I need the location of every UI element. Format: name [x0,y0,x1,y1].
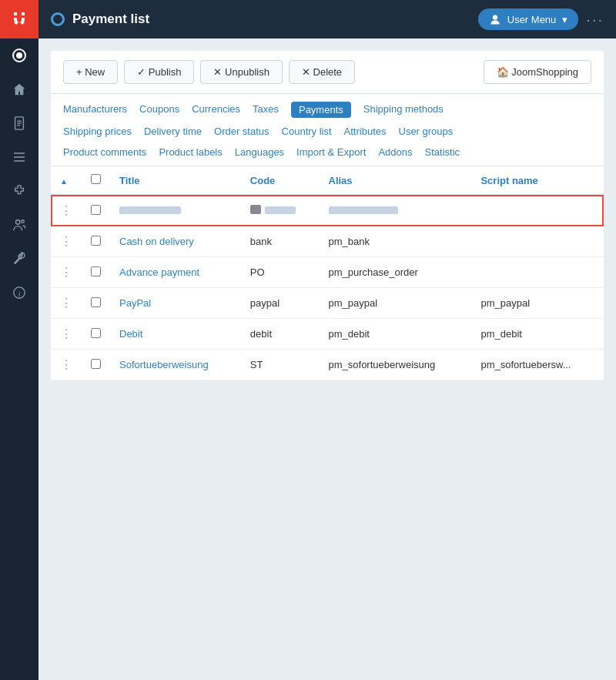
row-code-cell: debit [241,319,320,350]
row-script-cell [471,195,604,226]
th-code[interactable]: Code [241,166,320,195]
nav-delivery-time[interactable]: Delivery time [144,124,202,139]
row-checkbox-cell [82,288,110,319]
row-alias-cell: pm_paypal [320,288,472,319]
row-code-cell: PO [241,257,320,288]
row-handle[interactable]: ⋮ [51,350,82,380]
select-all-checkbox[interactable] [91,174,101,184]
sidebar-icon-home[interactable] [0,72,38,106]
nav-languages[interactable]: Languages [235,145,284,159]
nav-user-groups[interactable]: User groups [399,124,454,139]
nav-coupons[interactable]: Coupons [139,102,179,118]
row-title-cell: Sofortueberweisung [110,350,241,380]
nav-addons[interactable]: Addons [378,145,412,159]
row-title-link[interactable]: PayPal [119,297,151,309]
row-alias-cell [320,195,472,226]
table-row: ⋮ Sofortueberweisung ST pm_sofortueberwe… [51,350,604,380]
row-alias-cell: pm_sofortueberweisung [320,350,472,380]
joomla-icon [51,12,65,26]
redacted-title [119,206,181,214]
nav-import-export[interactable]: Import & Export [296,145,366,159]
row-title-link[interactable]: Advance payment [119,266,199,278]
nav-attributes[interactable]: Attributes [344,124,387,139]
page-title: Payment list [72,12,149,27]
new-button[interactable]: + New [63,60,118,84]
svg-point-1 [16,52,22,59]
row-checkbox[interactable] [91,328,101,338]
nav-row-3: Product comments Product labels Language… [63,145,591,166]
user-menu-label: User Menu [507,14,557,25]
joomshopping-button[interactable]: 🏠 JoomShopping [484,60,591,84]
sidebar-icon-users[interactable] [0,208,38,242]
row-title-cell: PayPal [110,288,241,319]
payment-table: ▲ Title Code Alias Script name ⋮ [51,166,604,380]
redacted-alias [329,206,398,214]
row-title-link[interactable]: Debit [119,328,142,340]
sidebar-icon-wrench[interactable] [0,242,38,276]
redacted-code-1 [250,205,261,214]
nav-taxes[interactable]: Taxes [253,102,279,118]
nav-payments[interactable]: Payments [291,102,351,118]
th-alias[interactable]: Alias [320,166,472,195]
svg-text:i: i [18,290,20,298]
nav-area: Manufacturers Coupons Currencies Taxes P… [51,94,604,166]
row-checkbox[interactable] [91,205,101,215]
nav-order-status[interactable]: Order status [214,124,270,139]
th-sort[interactable]: ▲ [51,166,82,195]
row-title-link[interactable]: Sofortueberweisung [119,359,209,370]
table-row: ⋮ Cash on delivery bank pm_bank [51,226,604,257]
th-title[interactable]: Title [110,166,241,195]
row-title-cell: Debit [110,319,241,350]
row-handle[interactable]: ⋮ [51,257,82,288]
row-alias-cell: pm_debit [320,319,472,350]
joomla-logo[interactable] [0,0,38,39]
publish-button[interactable]: ✓ Publish [124,60,194,84]
toolbar: + New ✓ Publish ✕ Unpublish ✕ Delete 🏠 J… [51,51,604,94]
sidebar-icon-toggle[interactable] [0,39,38,72]
nav-currencies[interactable]: Currencies [192,102,240,118]
nav-statistic[interactable]: Statistic [425,145,460,159]
sidebar: i [0,0,38,680]
row-code-cell: paypal [241,288,320,319]
row-checkbox-cell [82,319,110,350]
row-script-cell [471,257,604,288]
nav-product-labels[interactable]: Product labels [159,145,222,159]
row-title-cell: Cash on delivery [110,226,241,257]
user-menu-button[interactable]: User Menu ▾ [478,8,579,30]
nav-country-list[interactable]: Country list [282,124,332,139]
row-handle[interactable]: ⋮ [51,288,82,319]
row-checkbox[interactable] [91,359,101,369]
row-checkbox-cell [82,350,110,380]
table-row: ⋮ PayPal paypal pm_paypal pm_paypal [51,288,604,319]
table-row: ⋮ [51,195,604,226]
table-row: ⋮ Debit debit pm_debit pm_debit [51,319,604,350]
nav-manufacturers[interactable]: Manufacturers [63,102,127,118]
sidebar-icon-puzzle[interactable] [0,174,38,208]
row-script-cell: pm_sofortuebersw... [471,350,604,380]
row-checkbox-cell [82,226,110,257]
row-checkbox[interactable] [91,236,101,246]
nav-product-comments[interactable]: Product comments [63,145,146,159]
row-checkbox[interactable] [91,266,101,276]
row-script-cell [471,226,604,257]
row-checkbox-cell [82,195,110,226]
row-title-link[interactable]: Cash on delivery [119,236,194,247]
delete-button[interactable]: ✕ Delete [289,60,355,84]
more-options-button[interactable]: ··· [586,11,604,28]
sidebar-icon-list[interactable] [0,140,38,174]
row-script-cell: pm_paypal [471,288,604,319]
row-alias-cell: pm_purchase_order [320,257,472,288]
row-handle[interactable]: ⋮ [51,226,82,257]
th-script-name[interactable]: Script name [471,166,604,195]
sidebar-icon-doc[interactable] [0,106,38,140]
nav-shipping-methods[interactable]: Shipping methods [363,102,444,118]
svg-point-10 [22,220,25,223]
row-handle[interactable]: ⋮ [51,319,82,350]
row-checkbox[interactable] [91,297,101,307]
row-handle[interactable]: ⋮ [51,195,82,226]
content-area: + New ✓ Publish ✕ Unpublish ✕ Delete 🏠 J… [38,39,616,680]
unpublish-button[interactable]: ✕ Unpublish [200,60,282,84]
sidebar-icon-info[interactable]: i [0,276,38,310]
chevron-down-icon: ▾ [562,14,567,25]
nav-shipping-prices[interactable]: Shipping prices [63,124,132,139]
